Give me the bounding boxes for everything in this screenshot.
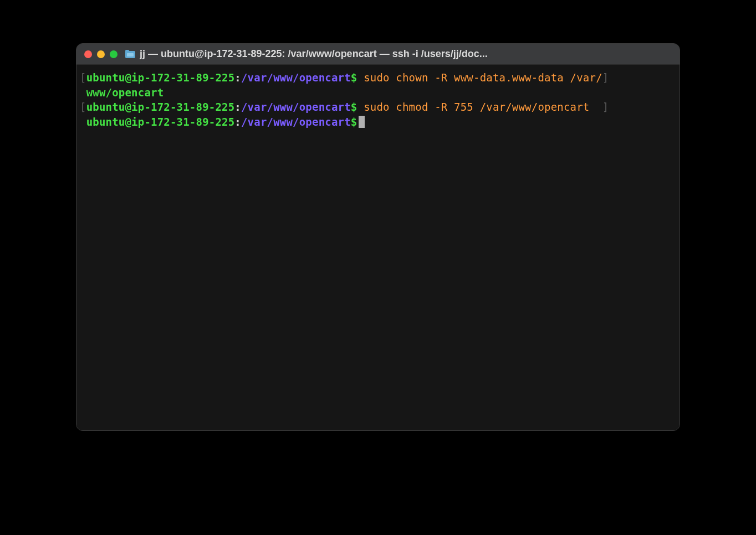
folder-icon	[125, 50, 135, 58]
prompt-close-bracket: ]	[602, 71, 609, 84]
svg-rect-2	[127, 53, 134, 56]
prompt-user-host: ubuntu@ip-172-31-89-225	[86, 71, 235, 84]
prompt-symbol: $	[351, 116, 357, 128]
prompt-separator: :	[234, 101, 241, 113]
terminal-line: [ubuntu@ip-172-31-89-225:/var/www/openca…	[80, 100, 676, 115]
prompt-separator: :	[234, 116, 241, 128]
prompt-user-host: ubuntu@ip-172-31-89-225	[86, 116, 235, 128]
prompt-path: /var/www/opencart	[241, 101, 351, 113]
prompt-separator: :	[234, 71, 241, 84]
title-content: jj — ubuntu@ip-172-31-89-225: /var/www/o…	[125, 48, 672, 60]
terminal-line: [ubuntu@ip-172-31-89-225:/var/www/openca…	[80, 70, 676, 85]
maximize-icon[interactable]	[110, 50, 118, 58]
prompt-open-bracket: [	[80, 101, 86, 113]
cursor	[359, 116, 365, 128]
command-wrap: www/opencart	[86, 86, 164, 99]
command-text: sudo chown -R www-data.www-data /var/	[364, 71, 602, 84]
terminal-body[interactable]: [ubuntu@ip-172-31-89-225:/var/www/openca…	[76, 65, 680, 430]
prompt-path: /var/www/opencart	[241, 116, 351, 128]
terminal-line-current: ubuntu@ip-172-31-89-225:/var/www/opencar…	[80, 115, 676, 130]
svg-rect-1	[125, 50, 129, 52]
minimize-icon[interactable]	[97, 50, 105, 58]
window-title: jj — ubuntu@ip-172-31-89-225: /var/www/o…	[140, 48, 488, 60]
prompt-symbol: $	[351, 101, 357, 113]
command-text: sudo chmod -R 755 /var/www/opencart	[364, 101, 602, 113]
prompt-open-bracket: [	[80, 71, 86, 84]
close-icon[interactable]	[84, 50, 92, 58]
terminal-line-wrap: www/opencart	[80, 85, 676, 100]
titlebar[interactable]: jj — ubuntu@ip-172-31-89-225: /var/www/o…	[76, 44, 680, 65]
prompt-path: /var/www/opencart	[241, 71, 351, 84]
prompt-user-host: ubuntu@ip-172-31-89-225	[86, 101, 235, 113]
prompt-symbol: $	[351, 71, 357, 84]
traffic-lights	[84, 50, 118, 58]
terminal-window: jj — ubuntu@ip-172-31-89-225: /var/www/o…	[76, 43, 680, 431]
prompt-close-bracket: ]	[602, 101, 609, 113]
